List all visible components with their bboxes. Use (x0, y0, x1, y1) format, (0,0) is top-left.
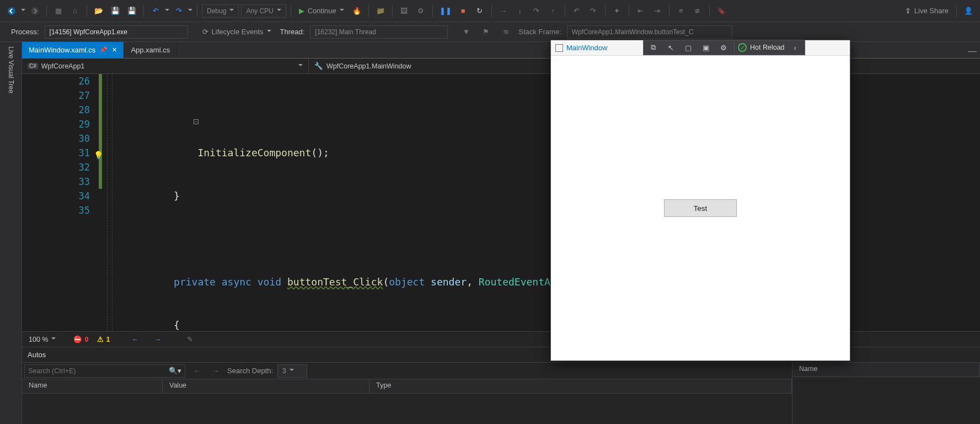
tab-appxaml[interactable]: App.xaml.cs (124, 42, 177, 58)
stackframe-combo[interactable]: WpfCoreApp1.MainWindow.buttonTest_C (567, 25, 732, 39)
nav-next-icon[interactable]: → (151, 332, 165, 347)
undo-menu-icon[interactable] (165, 7, 169, 15)
pin-icon[interactable]: 📌 (100, 46, 108, 54)
indent-more-icon[interactable]: ⇥ (650, 4, 665, 18)
new-project-icon[interactable]: ▦ (51, 4, 66, 18)
side-panel[interactable]: Live Visual Tree (0, 42, 22, 424)
undo2-icon[interactable]: ↶ (570, 4, 584, 18)
settings-small-icon[interactable]: ⚙ (414, 4, 428, 18)
search-depth-combo[interactable]: 3 (277, 364, 307, 378)
stackframe-label: Stack Frame: (518, 28, 561, 36)
search-input[interactable] (28, 367, 169, 375)
zoom-value: 100 % (29, 336, 48, 343)
step-over-icon[interactable]: ↷ (529, 4, 544, 18)
search-depth-label: Search Depth: (227, 367, 273, 375)
step-into-icon[interactable]: ↓ (513, 4, 527, 18)
save-all-icon[interactable]: 💾 (125, 4, 139, 18)
comment-icon[interactable]: ≡ (674, 4, 688, 18)
debuggee-title: MainWindow (566, 44, 607, 52)
hot-reload-flame-icon[interactable]: 🔥 (350, 4, 364, 18)
step-out-icon[interactable]: ↑ (546, 4, 560, 18)
inspect-icon[interactable]: ⧉ (646, 40, 660, 55)
project-selector[interactable]: C# WpfCoreApp1 (22, 59, 309, 73)
thread-combo[interactable]: [16232] Main Thread (310, 25, 448, 39)
find-in-files-icon[interactable]: 📁 (373, 4, 388, 18)
thread-value: [16232] Main Thread (315, 28, 376, 36)
autos-table-header: Name Value Type (22, 379, 792, 394)
intellicode-icon[interactable]: ✦ (610, 4, 624, 18)
threads-icon[interactable]: ≋ (499, 25, 513, 39)
config-label: Debug (207, 7, 226, 15)
hot-reload-label: Hot Reload (750, 44, 785, 51)
autos-title: Autos (28, 351, 46, 359)
filter-icon[interactable]: ▼ (459, 25, 473, 39)
debuggee-window[interactable]: MainWindow Test (550, 40, 850, 361)
user-account-icon[interactable]: 👤 (961, 4, 976, 18)
hot-reload-status-icon: ✓ (738, 43, 747, 52)
stop-icon[interactable]: ■ (456, 4, 470, 18)
process-combo[interactable]: [14156] WpfCoreApp1.exe (45, 25, 188, 39)
process-value: [14156] WpfCoreApp1.exe (50, 28, 127, 36)
bookmark-icon[interactable]: 🔖 (714, 4, 729, 18)
nav-back-menu-icon[interactable] (21, 7, 25, 15)
layout-adorners-icon[interactable]: ▢ (681, 40, 695, 55)
search-prev-icon[interactable]: ← (190, 364, 204, 378)
class-label: WpfCoreApp1.MainWindow (326, 62, 411, 70)
nav-prev-icon[interactable]: ← (127, 332, 142, 347)
fold-icon[interactable]: − (194, 119, 199, 124)
stackframe-value: WpfCoreApp1.MainWindow.buttonTest_C (572, 28, 694, 36)
uncomment-icon[interactable]: ≢ (690, 4, 705, 18)
lifecycle-events-button[interactable]: ⟳Lifecycle Events (199, 25, 275, 39)
col-value[interactable]: Value (163, 379, 369, 393)
debug-location-toolbar: Process: [14156] WpfCoreApp1.exe ⟳Lifecy… (0, 22, 980, 42)
restart-icon[interactable]: ↻ (473, 4, 487, 18)
col-type[interactable]: Type (369, 379, 792, 393)
picture-icon[interactable]: 🖼 (397, 4, 411, 18)
xaml-debug-toolbar[interactable]: ⧉ ↖ ▢ ▣ ⚙ ✓ Hot Reload ‹ (643, 40, 805, 55)
intellicode-status-icon[interactable]: ✎ (183, 332, 197, 347)
nav-forward-icon[interactable] (28, 4, 42, 18)
tab-label: MainWindow.xaml.cs (29, 46, 95, 54)
thread-label: Thread: (280, 28, 305, 36)
pause-icon[interactable]: ❚❚ (437, 4, 454, 18)
zoom-combo[interactable]: 100 % (29, 335, 56, 343)
config-combo[interactable]: Debug (202, 4, 239, 18)
collapse-icon[interactable]: ‹ (788, 40, 802, 55)
open-file-icon[interactable]: 📂 (92, 4, 106, 18)
indent-less-icon[interactable]: ⇤ (634, 4, 648, 18)
live-visual-tree-label: Live Visual Tree (7, 46, 15, 424)
lifecycle-label: Lifecycle Events (212, 28, 264, 36)
tab-mainwindow[interactable]: MainWindow.xaml.cs 📌 ✕ (22, 42, 124, 58)
platform-combo[interactable]: Any CPU (241, 4, 286, 18)
line-gutter: 26 27 28 29 30 31 32 33 34 35 💡 (22, 74, 102, 331)
debuggee-client-area: Test (551, 56, 850, 361)
minimize-icon[interactable]: — (968, 46, 977, 56)
save-icon[interactable]: 💾 (108, 4, 122, 18)
continue-button[interactable]: ▶Continue (296, 4, 347, 18)
live-share-button[interactable]: ⇪Live Share (902, 4, 952, 18)
search-next-icon[interactable]: → (208, 364, 223, 378)
settings-icon[interactable]: ⚙ (716, 40, 731, 55)
select-element-icon[interactable]: ↖ (663, 40, 678, 55)
close-icon[interactable]: ✕ (112, 46, 117, 54)
main-toolbar: ▦ ⌂ 📂 💾 💾 ↶ ↷ Debug Any CPU ▶Continue 🔥 … (0, 0, 980, 22)
undo-icon[interactable]: ↶ (148, 4, 163, 18)
redo-menu-icon[interactable] (188, 7, 192, 15)
redo2-icon[interactable]: ↷ (586, 4, 601, 18)
col-name[interactable]: Name (792, 363, 980, 377)
nav-back-icon[interactable] (4, 4, 19, 18)
home-icon[interactable]: ⌂ (68, 4, 82, 18)
redo-icon[interactable]: ↷ (172, 4, 186, 18)
continue-label: Continue (308, 7, 336, 15)
svg-point-1 (31, 7, 39, 15)
flag-icon[interactable]: ⚑ (479, 25, 493, 39)
show-next-icon[interactable]: → (496, 4, 511, 18)
error-count[interactable]: ⛔ 0 (73, 335, 88, 343)
warning-count[interactable]: ⚠ 1 (97, 335, 110, 343)
col-name[interactable]: Name (22, 379, 163, 393)
test-button[interactable]: Test (664, 199, 737, 217)
autos-search[interactable]: 🔍▾ (24, 364, 185, 378)
live-share-label: Live Share (914, 7, 949, 15)
search-icon[interactable]: 🔍▾ (169, 367, 181, 375)
track-focus-icon[interactable]: ▣ (699, 40, 713, 55)
